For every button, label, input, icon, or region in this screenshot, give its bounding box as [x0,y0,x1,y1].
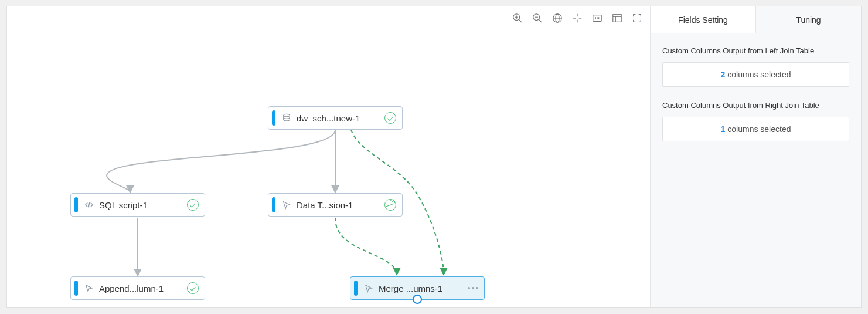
layout-icon[interactable] [611,12,623,24]
output-port[interactable] [413,295,422,304]
recenter-icon[interactable] [571,12,583,24]
svg-point-21 [284,114,290,116]
left-columns-selector[interactable]: 2 columns selected [662,62,849,87]
cursor-icon [84,283,94,293]
node-label: Merge ...umns-1 [379,283,464,293]
app-frame: dw_sch...tnew-1 SQL script-1 Data T...si… [6,6,862,308]
status-success-icon [187,199,199,211]
tab-tuning[interactable]: Tuning [756,6,861,33]
left-join-label: Custom Columns Output from Left Join Tab… [662,46,849,55]
svg-line-1 [519,20,522,23]
node-data-transform[interactable]: Data T...sion-1 [268,193,403,217]
right-columns-text: columns selected [727,124,791,134]
node-stripe [354,281,358,296]
right-join-label: Custom Columns Output from Right Join Ta… [662,101,849,110]
node-stripe [272,110,275,126]
zoom-in-icon[interactable] [512,12,523,24]
canvas-toolbar [512,12,643,24]
node-stripe [74,281,78,296]
node-label: SQL script-1 [99,200,183,210]
tab-fields-setting[interactable]: Fields Setting [651,6,756,33]
node-append-column[interactable]: Append...lumn-1 [70,276,205,300]
node-dw-schema[interactable]: dw_sch...tnew-1 [268,106,403,130]
right-columns-selector[interactable]: 1 columns selected [662,117,849,141]
code-icon [84,200,94,210]
left-columns-count: 2 [721,70,726,79]
status-success-icon [384,112,396,124]
database-icon [281,113,292,123]
fullscreen-icon[interactable] [631,12,643,24]
right-columns-count: 1 [721,124,726,134]
more-icon[interactable] [468,287,478,289]
node-label: Append...lumn-1 [99,283,183,293]
svg-line-5 [539,20,542,23]
cursor-icon [281,200,292,210]
node-stripe [74,197,78,212]
globe-icon[interactable] [552,12,563,24]
right-panel: Fields Setting Tuning Custom Columns Out… [650,6,861,307]
left-columns-text: columns selected [727,70,791,79]
zoom-out-icon[interactable] [532,12,543,24]
edges-layer [7,6,650,307]
node-label: Data T...sion-1 [297,200,381,210]
panel-body: Custom Columns Output from Left Join Tab… [651,33,861,156]
status-success-icon [187,282,199,294]
node-merge-columns[interactable]: Merge ...umns-1 [350,276,485,300]
status-chart-icon [384,199,396,211]
panel-tabs: Fields Setting Tuning [651,6,861,33]
node-stripe [272,197,275,212]
cursor-icon [363,283,374,293]
actual-size-icon[interactable] [591,12,603,24]
svg-line-22 [88,202,90,208]
workflow-canvas[interactable]: dw_sch...tnew-1 SQL script-1 Data T...si… [7,6,650,307]
node-sql-script[interactable]: SQL script-1 [70,193,205,217]
svg-rect-18 [613,15,621,22]
node-label: dw_sch...tnew-1 [297,113,381,123]
